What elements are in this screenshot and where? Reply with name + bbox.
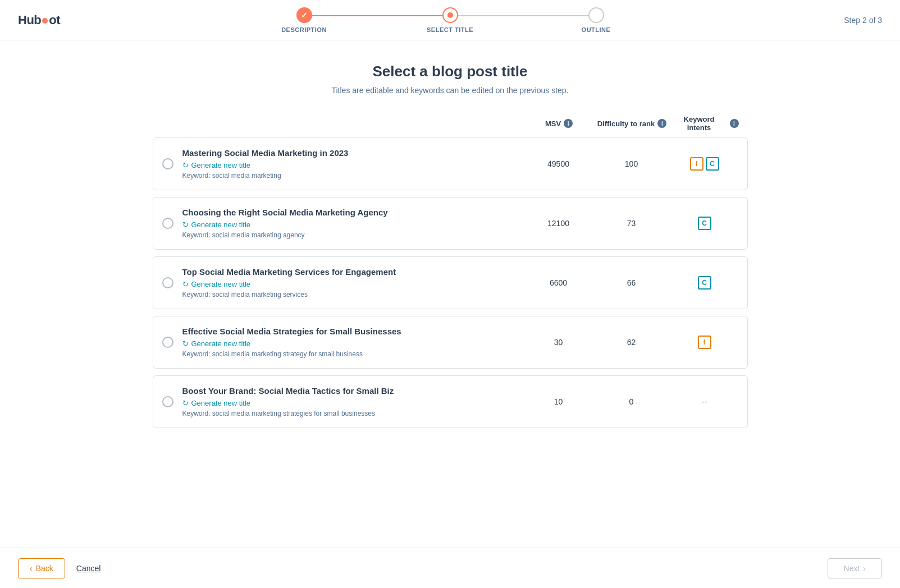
radio-button-3[interactable]	[162, 277, 173, 288]
progress-stepper: ✓ DESCRIPTION SELECT TITLE OUTLINE	[231, 7, 669, 33]
option-stats-1: 49500 100 IC	[525, 157, 738, 171]
footer: ‹ Back Cancel Next ›	[0, 548, 900, 588]
generate-title-link-3[interactable]: ↻ Generate new title	[182, 280, 251, 288]
generate-label-1: Generate new title	[191, 161, 251, 169]
stat-msv-3: 6600	[525, 278, 592, 287]
keyword-label-5: Keyword: social media marketing strategi…	[182, 410, 525, 417]
radio-button-1[interactable]	[162, 158, 173, 169]
intents-info-icon[interactable]: i	[730, 119, 739, 128]
step-description-circle: ✓	[296, 7, 312, 23]
option-stats-3: 6600 66 C	[525, 276, 738, 290]
option-row-4[interactable]: Effective Social Media Strategies for Sm…	[153, 316, 748, 369]
generate-label-5: Generate new title	[191, 399, 251, 407]
option-row-2[interactable]: Choosing the Right Social Media Marketin…	[153, 197, 748, 250]
keyword-label-2: Keyword: social media marketing agency	[182, 231, 525, 239]
option-title-2: Choosing the Right Social Media Marketin…	[182, 208, 525, 217]
stat-intents-1: IC	[671, 157, 738, 171]
stat-intents-3: C	[671, 276, 738, 290]
option-content-3: Top Social Media Marketing Services for …	[182, 267, 525, 298]
refresh-icon-2: ↻	[182, 220, 189, 229]
option-title-1: Mastering Social Media Marketing in 2023	[182, 148, 525, 158]
generate-label-3: Generate new title	[191, 280, 251, 288]
generate-label-4: Generate new title	[191, 339, 251, 348]
option-stats-2: 12100 73 C	[525, 217, 738, 230]
option-row-1[interactable]: Mastering Social Media Marketing in 2023…	[153, 137, 748, 190]
col-header-msv: MSV i	[526, 115, 593, 132]
option-title-5: Boost Your Brand: Social Media Tactics f…	[182, 386, 525, 396]
option-stats-5: 10 0 --	[525, 397, 738, 406]
logo-hub-text: Hub	[18, 13, 41, 27]
difficulty-label: Difficulty to rank	[597, 120, 655, 128]
stat-difficulty-4: 62	[592, 338, 671, 347]
logo-spot-text: ot	[49, 13, 60, 27]
generate-title-link-1[interactable]: ↻ Generate new title	[182, 161, 251, 169]
intent-dash: --	[702, 397, 707, 406]
keyword-label-4: Keyword: social media marketing strategy…	[182, 350, 525, 358]
intent-badge-i: I	[698, 336, 711, 349]
option-row-5[interactable]: Boost Your Brand: Social Media Tactics f…	[153, 375, 748, 428]
intent-badge-c: C	[698, 276, 711, 290]
option-stats-4: 30 62 I	[525, 336, 738, 349]
header: Hubot ✓ DESCRIPTION SELECT TITLE OUTLINE…	[0, 0, 900, 40]
cancel-button[interactable]: Cancel	[76, 564, 101, 573]
generate-title-link-4[interactable]: ↻ Generate new title	[182, 339, 251, 348]
stat-difficulty-1: 100	[592, 159, 671, 168]
stat-intents-5: --	[671, 397, 738, 406]
refresh-icon-3: ↻	[182, 280, 189, 288]
step-outline-label: OUTLINE	[582, 26, 611, 33]
step-select-title-label: SELECT TITLE	[427, 26, 473, 33]
page-title: Select a blog post title	[373, 63, 528, 80]
stat-msv-4: 30	[525, 338, 592, 347]
options-list: Mastering Social Media Marketing in 2023…	[153, 137, 748, 428]
step-line-2	[458, 15, 588, 16]
radio-button-5[interactable]	[162, 396, 173, 407]
step-outline-circle	[588, 7, 604, 23]
stat-difficulty-5: 0	[592, 397, 671, 406]
step-select-title: SELECT TITLE	[377, 7, 523, 33]
step-select-title-circle	[442, 7, 458, 23]
option-row-3[interactable]: Top Social Media Marketing Services for …	[153, 256, 748, 309]
col-header-difficulty: Difficulty to rank i	[593, 115, 671, 132]
step-check-icon: ✓	[301, 11, 308, 20]
refresh-icon-5: ↻	[182, 399, 189, 407]
generate-title-link-2[interactable]: ↻ Generate new title	[182, 220, 251, 229]
stat-intents-2: C	[671, 217, 738, 230]
table-area: MSV i Difficulty to rank i Keyword inten…	[153, 115, 748, 435]
step-description: ✓ DESCRIPTION	[231, 7, 377, 33]
generate-label-2: Generate new title	[191, 220, 251, 229]
difficulty-info-icon[interactable]: i	[657, 119, 666, 128]
stat-intents-4: I	[671, 336, 738, 349]
refresh-icon-4: ↻	[182, 339, 189, 348]
option-content-4: Effective Social Media Strategies for Sm…	[182, 327, 525, 358]
stat-msv-1: 49500	[525, 159, 592, 168]
option-content-1: Mastering Social Media Marketing in 2023…	[182, 148, 525, 180]
stat-msv-5: 10	[525, 397, 592, 406]
msv-info-icon[interactable]: i	[564, 119, 573, 128]
keyword-label-3: Keyword: social media marketing services	[182, 291, 525, 298]
option-title-3: Top Social Media Marketing Services for …	[182, 267, 525, 277]
step-description-label: DESCRIPTION	[281, 26, 327, 33]
back-button[interactable]: ‹ Back	[18, 558, 65, 578]
step-line-1	[312, 15, 442, 16]
cancel-label: Cancel	[76, 564, 101, 573]
hubspot-logo: Hubot	[18, 13, 60, 27]
page-subtitle: Titles are editable and keywords can be …	[331, 86, 568, 95]
option-content-2: Choosing the Right Social Media Marketin…	[182, 208, 525, 239]
stat-difficulty-3: 66	[592, 278, 671, 287]
next-button[interactable]: Next ›	[828, 558, 882, 578]
keyword-label-1: Keyword: social media marketing	[182, 172, 525, 180]
option-content-5: Boost Your Brand: Social Media Tactics f…	[182, 386, 525, 417]
generate-title-link-5[interactable]: ↻ Generate new title	[182, 399, 251, 407]
main-content: Select a blog post title Titles are edit…	[0, 40, 900, 548]
intents-label: Keyword intents	[671, 115, 727, 132]
intent-badge-i: I	[690, 157, 703, 171]
col-header-intents: Keyword intents i	[671, 115, 739, 132]
radio-button-2[interactable]	[162, 218, 173, 229]
radio-button-4[interactable]	[162, 337, 173, 348]
step-of-indicator: Step 2 of 3	[844, 16, 882, 25]
stat-difficulty-2: 73	[592, 219, 671, 228]
refresh-icon-1: ↻	[182, 161, 189, 169]
stat-msv-2: 12100	[525, 219, 592, 228]
step-outline: OUTLINE	[523, 7, 669, 33]
table-header: MSV i Difficulty to rank i Keyword inten…	[153, 115, 748, 137]
